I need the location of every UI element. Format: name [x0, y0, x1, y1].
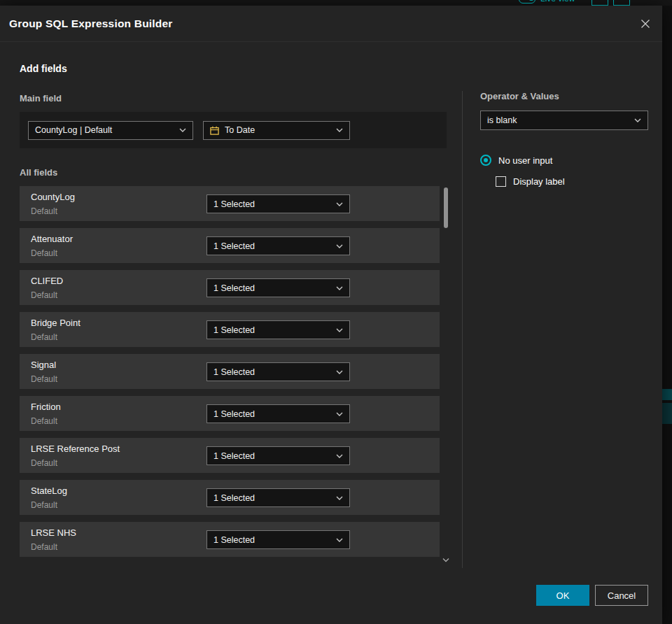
field-selected-value: 1 Selected [214, 325, 255, 335]
display-label-checkbox[interactable]: Display label [496, 176, 565, 187]
chevron-down-icon [336, 370, 343, 374]
app-top-strip: Live view [0, 0, 672, 6]
field-name: CLIFED [31, 276, 63, 286]
field-selected-value: 1 Selected [214, 451, 255, 461]
chevron-down-icon [336, 244, 343, 248]
field-row: LRSE NHS Default 1 Selected [20, 522, 440, 557]
close-button[interactable] [639, 17, 652, 30]
chevron-down-icon [336, 538, 343, 542]
background-right-strip [662, 6, 672, 624]
field-row: CountyLog Default 1 Selected [20, 186, 440, 221]
radio-selected-icon [480, 155, 491, 166]
fields-scrollbar[interactable] [443, 186, 449, 554]
field-subtitle: Default [31, 248, 57, 258]
device-preview-button[interactable] [592, 0, 608, 6]
field-subtitle: Default [31, 206, 57, 216]
live-view-control[interactable]: Live view [519, 0, 575, 3]
field-subtitle: Default [31, 374, 57, 384]
field-name: CountyLog [31, 192, 75, 202]
chevron-down-icon [634, 118, 641, 122]
field-subtitle: Default [31, 458, 57, 468]
chevron-down-icon [336, 412, 343, 416]
main-field-panel: CountyLog | Default To Date [20, 112, 447, 148]
field-row: Attenuator Default 1 Selected [20, 228, 440, 263]
field-selected-dropdown[interactable]: 1 Selected [206, 488, 350, 507]
operator-values-label: Operator & Values [480, 91, 559, 101]
field-selected-value: 1 Selected [214, 241, 255, 251]
live-view-label: Live view [540, 0, 575, 3]
scrollbar-thumb[interactable] [444, 187, 448, 228]
field-row: Bridge Point Default 1 Selected [20, 312, 440, 347]
operator-dropdown-value: is blank [487, 115, 517, 125]
all-fields-list: CountyLog Default 1 Selected Attenuator … [20, 186, 440, 557]
no-user-input-radio[interactable]: No user input [480, 155, 552, 166]
field-subtitle: Default [31, 500, 57, 510]
no-user-input-label: No user input [498, 155, 552, 166]
chevron-down-icon [336, 202, 343, 206]
all-fields-label: All fields [20, 167, 57, 178]
group-sql-expression-builder-dialog: Group SQL Expression Builder Add fields … [0, 6, 662, 624]
field-selected-dropdown[interactable]: 1 Selected [206, 530, 350, 549]
field-subtitle: Default [31, 290, 57, 300]
field-name: Signal [31, 360, 56, 370]
field-selected-value: 1 Selected [214, 283, 255, 293]
checkbox-unchecked-icon [496, 176, 506, 187]
field-selected-dropdown[interactable]: 1 Selected [206, 278, 350, 297]
date-field-dropdown[interactable]: To Date [203, 121, 350, 140]
live-view-toggle-icon [519, 0, 536, 3]
field-selected-dropdown[interactable]: 1 Selected [206, 194, 350, 213]
main-field-dropdown-value: CountyLog | Default [35, 125, 112, 135]
chevron-down-icon [336, 128, 343, 132]
field-subtitle: Default [31, 332, 57, 342]
scrollbar-down-arrow[interactable] [442, 555, 450, 564]
dialog-title: Group SQL Expression Builder [9, 17, 173, 30]
background-fragment [662, 389, 672, 400]
ok-button[interactable]: OK [536, 585, 589, 606]
field-row: Signal Default 1 Selected [20, 354, 440, 389]
field-selected-value: 1 Selected [214, 493, 255, 503]
date-field-dropdown-value: To Date [225, 125, 255, 135]
close-icon [640, 18, 651, 29]
main-field-label: Main field [20, 93, 62, 104]
field-selected-value: 1 Selected [214, 535, 255, 545]
calendar-icon [210, 126, 219, 135]
field-name: Attenuator [31, 234, 73, 244]
main-field-dropdown[interactable]: CountyLog | Default [28, 121, 193, 140]
column-divider [462, 91, 463, 568]
device-preview-button-2[interactable] [613, 0, 630, 6]
chevron-down-icon [179, 128, 186, 132]
field-row: StateLog Default 1 Selected [20, 480, 440, 515]
add-fields-heading: Add fields [20, 63, 67, 74]
field-name: LRSE NHS [31, 527, 76, 538]
operator-dropdown[interactable]: is blank [480, 111, 648, 130]
chevron-down-icon [442, 558, 449, 562]
field-selected-dropdown[interactable]: 1 Selected [206, 362, 350, 381]
field-selected-dropdown[interactable]: 1 Selected [206, 446, 350, 465]
field-subtitle: Default [31, 416, 57, 426]
field-selected-dropdown[interactable]: 1 Selected [206, 236, 350, 255]
field-name: StateLog [31, 485, 67, 496]
field-row: LRSE Reference Post Default 1 Selected [20, 438, 440, 473]
dialog-header: Group SQL Expression Builder [0, 6, 662, 42]
field-selected-dropdown[interactable]: 1 Selected [206, 404, 350, 423]
chevron-down-icon [336, 328, 343, 332]
field-name: Friction [31, 402, 61, 412]
chevron-down-icon [336, 286, 343, 290]
field-subtitle: Default [31, 542, 57, 552]
field-row: Friction Default 1 Selected [20, 396, 440, 431]
cancel-button[interactable]: Cancel [595, 585, 648, 606]
display-label-text: Display label [513, 176, 565, 187]
field-row: CLIFED Default 1 Selected [20, 270, 440, 305]
chevron-down-icon [336, 496, 343, 500]
field-selected-value: 1 Selected [214, 199, 255, 209]
field-selected-value: 1 Selected [214, 409, 255, 419]
field-name: LRSE Reference Post [31, 444, 120, 454]
field-selected-dropdown[interactable]: 1 Selected [206, 320, 350, 339]
chevron-down-icon [336, 454, 343, 458]
field-selected-value: 1 Selected [214, 367, 255, 377]
background-fragment-2 [662, 403, 672, 424]
field-name: Bridge Point [31, 318, 80, 328]
